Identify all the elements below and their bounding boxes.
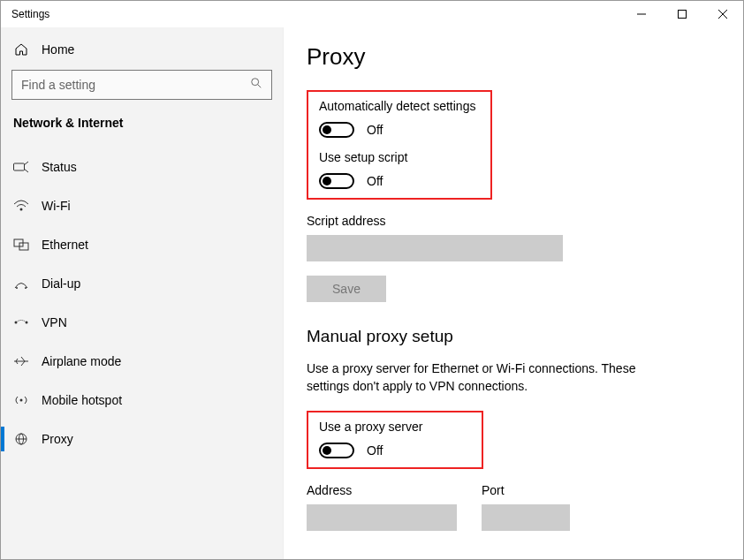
sidebar-item-ethernet[interactable]: Ethernet (11, 225, 272, 264)
dialup-icon (13, 276, 29, 291)
sidebar-item-label: Wi-Fi (42, 199, 71, 213)
svg-point-16 (20, 399, 23, 402)
address-input (307, 504, 457, 531)
use-script-label: Use setup script (319, 150, 480, 164)
use-proxy-label: Use a proxy server (319, 420, 471, 434)
sidebar-item-label: Dial-up (42, 276, 80, 291)
sidebar-item-label: Ethernet (42, 238, 88, 252)
sidebar-item-dialup[interactable]: Dial-up (11, 264, 272, 303)
category-heading: Network & Internet (13, 116, 272, 130)
auto-detect-label: Automatically detect settings (319, 99, 480, 113)
sidebar-item-proxy[interactable]: Proxy (11, 420, 272, 458)
highlight-box-manual: Use a proxy server Off (307, 411, 483, 469)
auto-detect-toggle[interactable] (319, 122, 354, 138)
port-label: Port (482, 483, 570, 497)
ethernet-icon (13, 237, 29, 253)
window-controls (621, 1, 743, 27)
sidebar-item-label: Airplane mode (42, 354, 121, 368)
hotspot-icon (13, 392, 29, 408)
sidebar-item-label: Status (42, 160, 77, 174)
auto-detect-state: Off (367, 123, 383, 137)
svg-point-12 (16, 287, 18, 289)
close-button[interactable] (702, 1, 743, 27)
svg-line-7 (24, 162, 28, 165)
vpn-icon (13, 314, 29, 330)
search-input[interactable] (21, 78, 233, 92)
use-script-toggle[interactable] (319, 173, 354, 189)
sidebar-item-status[interactable]: Status (11, 148, 272, 186)
wifi-icon (13, 198, 29, 214)
script-address-label: Script address (307, 214, 720, 228)
svg-point-15 (26, 322, 28, 324)
window-title: Settings (11, 8, 49, 20)
use-script-state: Off (367, 174, 383, 188)
svg-point-9 (20, 208, 23, 211)
use-proxy-toggle[interactable] (319, 443, 354, 458)
home-nav[interactable]: Home (11, 36, 272, 70)
port-input (482, 504, 570, 531)
sidebar-item-label: VPN (42, 315, 67, 329)
save-button: Save (307, 276, 386, 302)
svg-line-5 (258, 85, 262, 88)
home-icon (13, 42, 29, 57)
sidebar-item-label: Mobile hotspot (42, 393, 122, 407)
title-bar: Settings (1, 1, 743, 27)
sidebar-item-airplane[interactable]: Airplane mode (11, 342, 272, 381)
use-proxy-state: Off (367, 443, 383, 458)
search-icon (250, 77, 262, 93)
page-title: Proxy (307, 43, 720, 71)
manual-heading: Manual proxy setup (307, 327, 720, 346)
airplane-icon (13, 353, 29, 369)
search-box[interactable] (11, 70, 272, 100)
svg-rect-1 (679, 11, 687, 19)
main-panel: Proxy Automatically detect settings Off … (284, 27, 743, 560)
proxy-icon (13, 431, 29, 447)
maximize-button[interactable] (662, 1, 702, 27)
sidebar: Home Network & Internet Status Wi-Fi E (1, 27, 284, 560)
sidebar-item-hotspot[interactable]: Mobile hotspot (11, 381, 272, 420)
status-icon (13, 159, 29, 175)
svg-point-14 (15, 322, 18, 324)
sidebar-item-wifi[interactable]: Wi-Fi (11, 186, 272, 225)
svg-rect-6 (14, 163, 25, 170)
svg-point-13 (25, 287, 27, 289)
address-label: Address (307, 483, 457, 497)
highlight-box-auto: Automatically detect settings Off Use se… (307, 90, 492, 200)
sidebar-item-vpn[interactable]: VPN (11, 303, 272, 342)
svg-point-4 (252, 79, 259, 86)
script-address-input (307, 235, 563, 261)
home-label: Home (42, 42, 74, 57)
minimize-button[interactable] (621, 1, 662, 27)
manual-desc: Use a proxy server for Ethernet or Wi-Fi… (307, 360, 678, 395)
sidebar-item-label: Proxy (42, 432, 73, 446)
svg-line-8 (24, 169, 28, 172)
